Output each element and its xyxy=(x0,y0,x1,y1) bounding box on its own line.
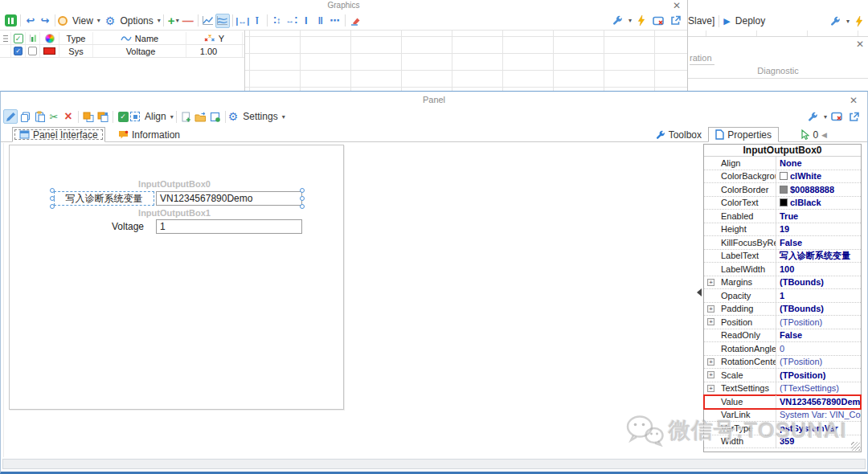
new-panel-icon[interactable] xyxy=(179,109,194,124)
expand-icon[interactable]: + xyxy=(707,371,714,378)
fit-vertical-icon[interactable]: Ī xyxy=(250,14,264,28)
panel-wrench-icon[interactable] xyxy=(806,109,821,124)
expand-icon[interactable]: + xyxy=(707,318,714,325)
property-row-colorbackgrour[interactable]: ColorBackgrourclWhite xyxy=(704,170,861,184)
visible-all-checkbox[interactable]: ✓ xyxy=(11,32,26,44)
edit-pencil-icon[interactable] xyxy=(3,109,18,124)
cursor-single-icon[interactable]: I xyxy=(299,14,313,28)
property-value[interactable]: VN1234567890Dem xyxy=(780,397,860,407)
fit-horizontal-icon[interactable]: |↔| xyxy=(235,14,250,28)
diagnostic-close-icon[interactable]: ✕ xyxy=(856,39,864,49)
property-row-rotationangle[interactable]: RotationAngle0 xyxy=(704,342,861,356)
property-value[interactable]: (TBounds) xyxy=(780,277,824,287)
panel-stop-capture-icon[interactable] xyxy=(829,109,844,124)
property-row-enabled[interactable]: EnabledTrue xyxy=(704,210,861,223)
selection-handle-bottom-left[interactable] xyxy=(50,204,55,209)
add-signal-button[interactable]: +▾ xyxy=(166,14,181,28)
selection-handle-mid-left[interactable] xyxy=(50,196,55,201)
property-value[interactable]: System Var: VIN_Code xyxy=(780,410,861,419)
eraser-icon[interactable] xyxy=(348,14,362,28)
pause-button[interactable] xyxy=(3,14,18,28)
graphics-titlebar[interactable]: Graphics ✕ xyxy=(0,0,687,11)
selection-counter[interactable]: 0 ◀ xyxy=(794,127,833,142)
column-y[interactable]: Y xyxy=(186,32,243,44)
property-value[interactable]: clWhite xyxy=(790,171,821,181)
panel-close-icon[interactable]: ✕ xyxy=(850,96,858,105)
property-row-vartype[interactable]: VarTypepstSystemVar xyxy=(704,422,861,435)
list-icon[interactable] xyxy=(0,32,11,44)
property-row-readonly[interactable]: ReadOnlyFalse xyxy=(704,329,861,343)
widget-1-input[interactable]: 1 xyxy=(156,219,302,234)
property-row-killfocusbyretu[interactable]: KillFocusByRetuFalse xyxy=(704,236,861,250)
selection-handle-top-right[interactable] xyxy=(300,188,305,193)
property-value[interactable]: (TPosition) xyxy=(780,357,822,366)
designer-surface[interactable]: InputOutputBox0 写入诊断系统变量 VN1234567890Dem… xyxy=(3,143,697,457)
column-type[interactable]: Type xyxy=(59,32,93,44)
widget-1-label[interactable]: Voltage xyxy=(54,219,150,234)
host-wrench-dropdown-icon[interactable]: ▾ xyxy=(846,18,850,25)
popout-icon[interactable] xyxy=(668,14,682,28)
diagnostic-label[interactable]: Diagnostic xyxy=(688,66,868,76)
graphics-close-icon[interactable]: ✕ xyxy=(673,1,681,10)
widget-0-input[interactable]: VN1234567890Demo xyxy=(156,191,302,206)
color-wheel-icon[interactable] xyxy=(40,32,59,44)
open-folder-icon[interactable] xyxy=(194,109,208,124)
panel-titlebar[interactable]: Panel ✕ xyxy=(1,92,867,108)
property-value[interactable]: False xyxy=(780,330,802,340)
host-wrench-icon[interactable] xyxy=(829,14,843,28)
property-row-width[interactable]: Width359 xyxy=(704,435,861,449)
property-row-height[interactable]: Height19 xyxy=(704,223,861,237)
property-row-opacity[interactable]: Opacity1 xyxy=(704,289,861,303)
column-name[interactable]: Name xyxy=(93,32,186,44)
panel-canvas[interactable]: InputOutputBox0 写入诊断系统变量 VN1234567890Dem… xyxy=(9,145,344,410)
tools-dropdown-icon[interactable]: ▾ xyxy=(628,17,632,24)
bring-to-front-icon[interactable] xyxy=(81,109,96,124)
remove-signal-button[interactable]: — xyxy=(181,14,195,28)
distribute-vertical-icon[interactable]: ⁚↕ xyxy=(270,14,285,28)
property-row-position[interactable]: +Position(TPosition) xyxy=(704,316,861,329)
save-panel-icon[interactable] xyxy=(208,109,223,124)
property-value[interactable]: (TTextSettings) xyxy=(780,383,839,393)
property-row-value[interactable]: ValueVN1234567890Dem xyxy=(704,395,861,409)
signal-row-voltage[interactable]: ✓ Sys Voltage 1.00 xyxy=(0,45,244,58)
property-value[interactable]: clBlack xyxy=(790,198,821,207)
property-row-textsettings[interactable]: +TextSettings(TTextSettings) xyxy=(704,382,861,396)
property-row-margins[interactable]: +Margins(TBounds) xyxy=(704,276,861,290)
multi-line-chart-icon[interactable] xyxy=(215,14,230,28)
property-value[interactable]: 19 xyxy=(780,224,789,234)
tab-information[interactable]: Information xyxy=(112,127,186,142)
property-value[interactable]: 1 xyxy=(780,291,784,300)
host-lightning-icon[interactable] xyxy=(852,14,866,28)
cut-scissors-icon[interactable]: ✂ xyxy=(47,109,61,124)
more-options-icon[interactable]: ⋯ xyxy=(328,14,342,28)
tab-toolbox[interactable]: Toolbox xyxy=(649,127,708,142)
redo-button[interactable]: ↪ xyxy=(38,14,52,28)
bars-icon[interactable] xyxy=(26,32,40,44)
signal-visible-checkbox[interactable]: ✓ xyxy=(11,45,26,57)
confirm-checkbox-icon[interactable]: ✓ xyxy=(116,109,130,124)
panel-popout-icon[interactable] xyxy=(846,109,861,124)
expand-icon[interactable]: + xyxy=(707,358,714,366)
property-row-labelwidth[interactable]: LabelWidth100 xyxy=(704,263,861,276)
collapse-left-icon[interactable]: ◀ xyxy=(821,131,827,139)
cursor-pair-icon[interactable]: ‖ xyxy=(313,14,328,28)
expand-icon[interactable]: + xyxy=(707,385,714,392)
resize-grip[interactable] xyxy=(851,442,860,451)
signal-color-cell[interactable] xyxy=(40,45,59,57)
splitter-collapse-icon[interactable] xyxy=(697,288,702,296)
property-row-labeltext[interactable]: LabelText写入诊断系统变量 xyxy=(704,250,861,264)
property-value[interactable]: pstSystemVar xyxy=(780,423,838,433)
property-row-colortext[interactable]: ColorTextclBlack xyxy=(704,197,861,210)
single-line-chart-icon[interactable] xyxy=(201,14,215,28)
align-menu-button[interactable]: Align ▾ xyxy=(130,111,174,122)
tab-configuration-partial[interactable]: ration xyxy=(690,53,714,65)
property-value[interactable]: True xyxy=(780,211,798,221)
distribute-horizontal-icon[interactable]: ↔⁚ xyxy=(285,14,299,28)
property-value[interactable]: None xyxy=(780,158,802,168)
property-row-scale[interactable]: +Scale(TPosition) xyxy=(704,369,861,382)
property-value[interactable]: 359 xyxy=(780,436,794,446)
property-row-colorborder[interactable]: ColorBorder$00888888 xyxy=(704,183,861,197)
undo-button[interactable]: ↩ xyxy=(23,14,38,28)
send-to-back-icon[interactable] xyxy=(96,109,110,124)
selection-handle-mid-right[interactable] xyxy=(300,196,305,201)
